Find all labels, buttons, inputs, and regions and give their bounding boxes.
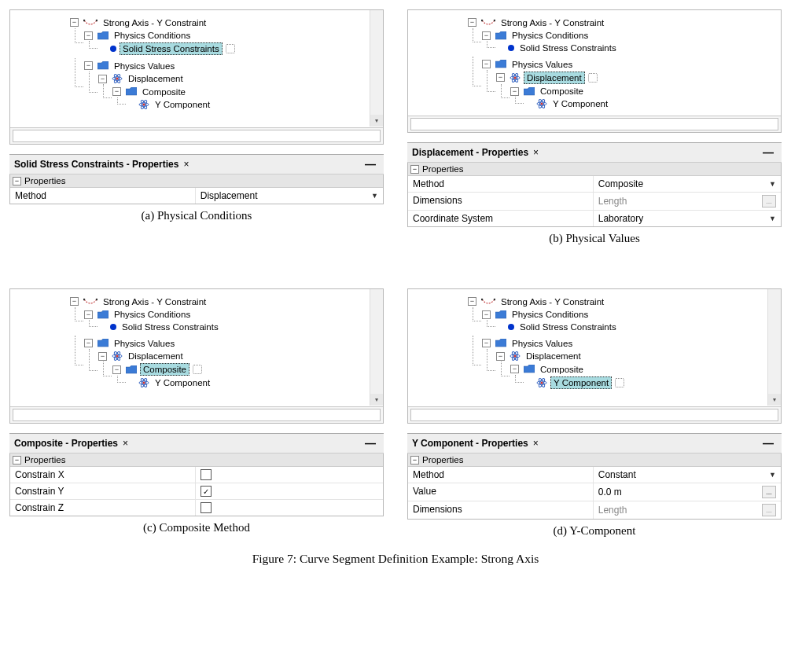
tree-node-root[interactable]: − Strong Axis - Y Constraint [70,17,208,28]
scroll-down-arrow[interactable]: ▾ [768,394,781,406]
tree-c[interactable]: −Strong Axis - Y Constraint −Physics Con… [10,289,383,401]
tree-node-displacement[interactable]: − Displacement [98,73,186,84]
tree-node-root[interactable]: −Strong Axis - Y Constraint [70,296,208,307]
minimize-button[interactable]: — [362,158,379,171]
property-value-checkbox[interactable] [196,500,383,516]
tree-node-root[interactable]: − Strong Axis - Y Constraint [468,17,606,28]
property-row[interactable]: Method Displacement ▼ [10,188,383,204]
tree-node-composite[interactable]: − Composite [510,86,586,97]
tree-node-ycomp[interactable]: Y Component [524,98,610,109]
property-value-dropdown[interactable]: Displacement ▼ [196,188,383,204]
minimize-button[interactable]: — [760,146,777,159]
property-value-field[interactable]: 0.0 m... [594,483,781,501]
tree-node-ycomp[interactable]: Y Component [127,377,212,388]
tree-d[interactable]: −Strong Axis - Y Constraint −Physics Con… [408,289,781,402]
property-value-dropdown[interactable]: Constant▼ [594,467,781,483]
close-tab-button[interactable]: × [533,147,539,158]
scroll-down-arrow[interactable]: ▾ [370,394,383,406]
tree-node-physval[interactable]: −Physics Values [482,338,575,349]
minimize-button[interactable]: — [760,437,777,450]
tree-node-physcond[interactable]: −Physics Conditions [482,309,590,320]
collapse-icon[interactable]: − [410,165,419,174]
collapse-icon[interactable]: − [112,87,121,96]
tree-node-physcond[interactable]: −Physics Conditions [84,309,193,320]
tree-node-physval[interactable]: − Physics Values [482,59,575,70]
more-button[interactable]: ... [762,195,776,207]
collapse-icon[interactable]: − [482,339,491,347]
tree-node-composite[interactable]: −Composite [112,363,202,376]
property-row[interactable]: Coordinate System Laboratory▼ [408,211,781,226]
properties-group-header[interactable]: −Properties [408,163,781,176]
scroll-down-arrow[interactable]: ▾ [370,115,383,127]
collapse-icon[interactable]: − [84,339,93,347]
collapse-icon[interactable]: − [70,297,79,306]
property-value-checkbox[interactable]: ✓ [196,483,383,499]
collapse-icon[interactable]: − [84,310,93,319]
collapse-icon[interactable]: − [468,297,476,306]
collapse-icon[interactable]: − [510,87,519,96]
tree-node-solidstress[interactable]: Solid Stress Constraints [98,42,235,55]
checkbox-checked[interactable]: ✓ [201,486,212,497]
collapse-icon[interactable]: − [98,75,107,83]
property-row[interactable]: Method Constant▼ [408,467,781,483]
comment-icon[interactable] [193,365,202,374]
collapse-icon[interactable]: − [70,18,79,27]
checkbox-unchecked[interactable] [201,502,212,513]
property-row[interactable]: Dimensions Length... [408,501,781,519]
tree-node-root[interactable]: −Strong Axis - Y Constraint [468,296,606,307]
tree-node-displacement[interactable]: −Displacement [98,351,186,362]
property-value-checkbox[interactable] [196,467,383,483]
tree-node-physcond[interactable]: − Physics Conditions [482,30,590,41]
comment-icon[interactable] [226,44,235,53]
property-row[interactable]: Constrain Z [10,500,383,516]
collapse-icon[interactable]: − [468,18,476,27]
checkbox-unchecked[interactable] [201,469,212,480]
collapse-icon[interactable]: − [410,456,419,465]
tree-node-composite[interactable]: −Composite [510,364,586,375]
close-tab-button[interactable]: × [183,159,189,170]
tree-node-physcond[interactable]: − Physics Conditions [84,30,193,41]
more-button[interactable]: ... [762,504,776,516]
collapse-icon[interactable]: − [482,60,491,68]
tree-node-solidstress[interactable]: Solid Stress Constraints [496,321,619,332]
property-value-dropdown[interactable]: Composite▼ [594,176,781,192]
vertical-scrollbar[interactable]: ▾ [767,289,781,406]
collapse-icon[interactable]: − [84,31,93,40]
collapse-icon[interactable]: − [496,73,505,82]
collapse-icon[interactable]: − [13,177,21,185]
property-row[interactable]: Constrain X [10,467,383,483]
property-value-readonly[interactable]: Length... [594,193,781,210]
property-row[interactable]: Method Composite▼ [408,176,781,193]
property-row[interactable]: Value 0.0 m... [408,483,781,501]
more-button[interactable]: ... [762,486,776,498]
comment-icon[interactable] [588,73,598,83]
collapse-icon[interactable]: − [84,61,93,70]
properties-group-header[interactable]: − Properties [10,174,383,188]
property-row[interactable]: Constrain Y ✓ [10,483,383,500]
tree-node-solidstress[interactable]: Solid Stress Constraints [98,321,221,332]
minimize-button[interactable]: — [362,437,379,450]
properties-group-header[interactable]: −Properties [10,454,383,467]
tree-b[interactable]: − Strong Axis - Y Constraint − Physics C… [408,10,781,122]
collapse-icon[interactable]: − [98,352,107,361]
tree-node-physval[interactable]: − Physics Values [84,61,177,72]
tree-node-solidstress[interactable]: Solid Stress Constraints [496,42,619,53]
tree-node-ycomp[interactable]: Y Component [524,376,624,389]
comment-icon[interactable] [615,378,624,387]
property-value-readonly[interactable]: Length... [594,501,781,519]
collapse-icon[interactable]: − [482,310,491,319]
property-value-dropdown[interactable]: Laboratory▼ [594,211,781,226]
tree-a[interactable]: − Strong Axis - Y Constraint − Physics C… [10,10,383,123]
tree-node-physval[interactable]: −Physics Values [84,338,177,349]
vertical-scrollbar[interactable]: ▾ [370,289,383,406]
tree-node-displacement[interactable]: − Displacement [496,72,598,84]
tree-node-ycomp[interactable]: Y Component [127,99,212,110]
collapse-icon[interactable]: − [13,456,21,465]
close-tab-button[interactable]: × [123,438,128,449]
collapse-icon[interactable]: − [482,31,491,40]
vertical-scrollbar[interactable]: ▾ [370,10,383,127]
collapse-icon[interactable]: − [112,365,121,374]
tree-node-displacement[interactable]: −Displacement [496,351,583,362]
collapse-icon[interactable]: − [510,365,519,373]
close-tab-button[interactable]: × [533,438,539,449]
